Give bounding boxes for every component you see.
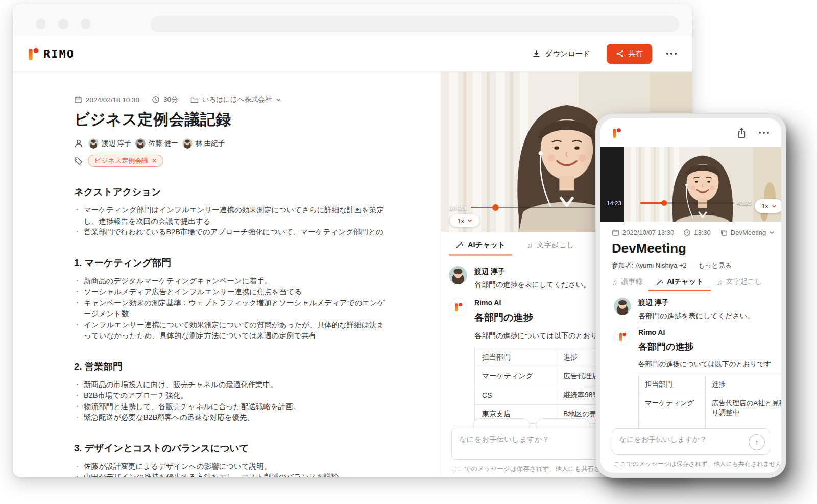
progress-handle[interactable] [661, 200, 667, 206]
playback-speed-button[interactable]: 1x [450, 214, 479, 227]
speed-value: 1x [761, 202, 768, 210]
tab-transcript[interactable]: ♫ 文字起こし [527, 240, 574, 250]
tab-ai-chat[interactable]: AIチャット [455, 240, 506, 250]
send-button[interactable]: ↑ [749, 434, 765, 450]
avatar [449, 266, 467, 284]
table-cell: マーケティング [639, 394, 706, 422]
bullet-item: 佐藤が設計変更によるデザインへの影響について説明。 [74, 461, 388, 472]
chat-input-container: ↑ [612, 428, 770, 457]
bullet-list: 新商品のデジタルマーケティングキャンペーンに着手。ソーシャルメディア広告とインフ… [74, 276, 388, 342]
tab-transcript[interactable]: ♫ 文字起こし [717, 277, 762, 286]
bullet-item: 物流部門と連携して、各販売チャネルに合った配送戦略を計画。 [74, 401, 388, 413]
music-note-icon: ♫ [527, 241, 533, 249]
mobile-screen: 14:23 43:23 1x [600, 118, 781, 473]
participants-label: 参加者: Ayumi Nishiya +2 [612, 261, 687, 270]
chevron-down-icon [467, 218, 472, 223]
participant-name: 渡辺 淳子 [102, 139, 131, 148]
window-control-dot[interactable] [36, 19, 46, 29]
chat-input[interactable] [612, 428, 770, 455]
tag-remove-icon[interactable]: ✕ [152, 157, 157, 164]
bullet-list: マーケティング部門はインフルエンサー連携の効果測定についてさらに詳細な計画を策定… [74, 205, 388, 238]
clock-icon [152, 95, 160, 104]
meeting-date: 2024/02/18 10:30 [86, 96, 139, 104]
share-label: 共有 [628, 49, 643, 59]
person-icon [74, 139, 83, 148]
mobile-video-player[interactable]: 14:23 43:23 1x [600, 147, 781, 222]
table-header-cell: 進捗 [706, 375, 782, 394]
table-cell: CS [475, 386, 556, 405]
music-note-icon: ♫ [717, 278, 723, 286]
mobile-ai-chat: 渡辺 淳子 各部門の進捗を表にしてください。 Rimo AI 各部門の進捗 各部… [614, 298, 781, 428]
chevron-down-icon[interactable] [276, 97, 281, 103]
tag-row: ビジネス定例会議 ✕ [74, 155, 388, 167]
bullet-list: 佐藤が設計変更によるデザインへの影響について説明。山田がデザインの維持を優先する… [74, 461, 388, 478]
playback-speed-button[interactable]: 1x [755, 199, 781, 213]
meeting-duration: 30分 [163, 95, 178, 104]
tab-ai-chat[interactable]: AIチャット [656, 277, 703, 286]
meeting-org[interactable]: いろはにほへ株式会社 [202, 95, 272, 104]
tab-minutes[interactable]: ♫ 議事録 [612, 277, 642, 286]
tab-label: AIチャット [468, 240, 506, 250]
document-sections: ネクストアクション マーケティング部門はインフルエンサー連携の効果測定についてさ… [74, 185, 388, 477]
browser-topbar [13, 4, 692, 36]
tag-pill[interactable]: ビジネス定例会議 ✕ [88, 155, 163, 167]
speed-value: 1x [457, 217, 464, 225]
bullet-item: キャンペーン効果の測定基準：ウェブトラフィック増加とソーシャルメディアでのエンゲ… [74, 298, 388, 320]
bullet-item: 新商品のデジタルマーケティングキャンペーンに着手。 [74, 276, 388, 287]
section-heading: ネクストアクション [74, 185, 388, 198]
bullet-item: インフルエンサー連携について効果測定についての質問があったが、具体的な詳細は決ま… [74, 320, 388, 342]
message-author: Rimo AI [638, 328, 781, 337]
table-body: マーケティング 広告代理店のA社と見積もり調整中 [639, 394, 782, 422]
share-button[interactable]: 共有 [607, 44, 652, 64]
rimo-logo-icon[interactable] [612, 127, 621, 139]
folder-icon [190, 95, 199, 104]
rimo-logo-icon [27, 46, 39, 61]
show-more-link[interactable]: もっと見る [698, 261, 732, 270]
bullet-item: マーケティング部門はインフルエンサー連携の効果測定についてさらに詳細な計画を策定… [74, 205, 388, 227]
rimo-ai-avatar [449, 298, 467, 316]
browser-url-bar[interactable] [151, 16, 679, 32]
rimo-logo[interactable]: RIMO [27, 46, 75, 61]
page-title: DevMeeting [612, 241, 781, 256]
participant-chip[interactable]: 佐藤 健一 [135, 138, 178, 149]
tab-label: AIチャット [667, 277, 703, 286]
more-menu-button[interactable] [758, 129, 770, 137]
privacy-note: ここでのメッセージは保存されず、他人にも共有されません [614, 460, 781, 468]
total-time: 43:23 [737, 200, 752, 206]
message-text: 各部門の進捗を表にしてください。 [474, 280, 590, 290]
tag-icon [74, 157, 83, 165]
chevron-down-icon [772, 204, 777, 209]
bullet-item: 緊急配送が必要なB2B顧客への迅速な対応を優先。 [74, 412, 388, 423]
meeting-meta: 2024/02/18 10:30 30分 いろはにほへ株式会社 [74, 95, 388, 104]
participant-name: 佐藤 健一 [149, 139, 178, 148]
document-section: 2. 営業部門 新商品の市場投入に向け、販売チャネルの最適化作業中。B2B市場で… [74, 360, 388, 423]
participant-chip[interactable]: 渡辺 淳子 [88, 138, 131, 149]
ai-answer-body: 各部門の進捗については以下のとおりです [638, 359, 781, 369]
table-row: マーケティング 広告代理店のA社と見積もり調整中 [639, 394, 782, 422]
ai-answer-heading: 各部門の進捗 [638, 341, 781, 353]
message-text: 各部門の進捗を表にしてください。 [638, 311, 754, 321]
meeting-org[interactable]: DevMeeting [731, 229, 766, 236]
participant-chip[interactable]: 林 由紀子 [182, 138, 225, 149]
clock-icon [683, 229, 691, 236]
progress-handle[interactable] [492, 204, 499, 211]
progress-fill [471, 207, 495, 208]
message-author: 渡辺 淳子 [474, 267, 590, 276]
message-author: 渡辺 淳子 [638, 298, 754, 307]
download-button[interactable]: ダウンロード [529, 49, 593, 59]
window-control-dot[interactable] [81, 19, 91, 29]
playback-time: 14:23 [449, 204, 466, 212]
bullet-item: 山田がデザインの維持を優先する方針を示し、コスト削減のバランスを議論。 [74, 472, 388, 477]
mobile-tabbar: ♫ 議事録 AIチャット ♫ 文字起 [612, 277, 781, 286]
chevron-down-icon[interactable] [769, 230, 775, 235]
calendar-icon [74, 95, 82, 104]
share-ios-icon[interactable] [737, 128, 747, 138]
download-icon [532, 50, 541, 58]
table-row-clipped [638, 422, 781, 428]
app-header: RIMO ダウンロード [13, 36, 692, 72]
more-menu-button[interactable] [665, 50, 678, 58]
table-cell: マーケティング [475, 367, 556, 386]
window-control-dot[interactable] [58, 19, 68, 29]
mobile-header [600, 118, 781, 147]
meeting-document: 2024/02/18 10:30 30分 いろはにほへ株式会社 [74, 95, 388, 477]
